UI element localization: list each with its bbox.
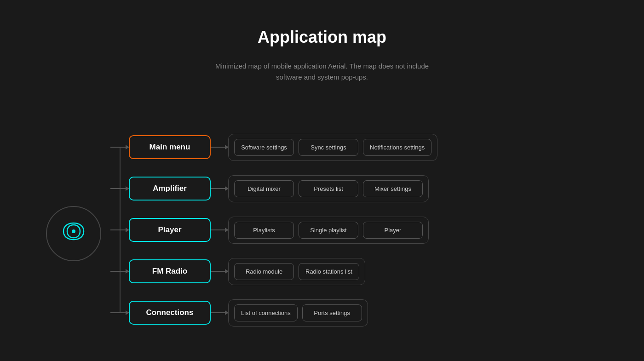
logo-circle bbox=[46, 206, 101, 261]
branch-line bbox=[110, 188, 120, 189]
row-amplifier: AmplifierDigital mixerPresets listMixer … bbox=[110, 175, 598, 202]
child-node-ports-settings[interactable]: Ports settings bbox=[302, 304, 362, 321]
child-node-digital-mixer[interactable]: Digital mixer bbox=[234, 180, 294, 197]
branch-line bbox=[110, 312, 120, 313]
branch-line bbox=[110, 147, 120, 148]
main-node-player[interactable]: Player bbox=[129, 218, 211, 242]
child-node-notifications-settings[interactable]: Notifications settings bbox=[363, 139, 431, 156]
children-group-fm-radio: Radio moduleRadio stations list bbox=[228, 258, 365, 285]
svg-point-0 bbox=[72, 229, 75, 233]
row-fm-radio: FM RadioRadio moduleRadio stations list bbox=[110, 258, 598, 285]
child-node-software-settings[interactable]: Software settings bbox=[234, 139, 294, 156]
child-node-playlists[interactable]: Playlists bbox=[234, 222, 294, 239]
page-title: Application map bbox=[0, 0, 644, 47]
row-player: PlayerPlaylistsSingle playlistPlayer bbox=[110, 216, 598, 244]
child-node-list-of-connections[interactable]: List of connections bbox=[234, 304, 298, 321]
row-connections: ConnectionsList of connectionsPorts sett… bbox=[110, 299, 598, 327]
main-node-fm-radio[interactable]: FM Radio bbox=[129, 259, 211, 283]
child-node-radio-stations-list[interactable]: Radio stations list bbox=[299, 263, 359, 280]
main-node-connections[interactable]: Connections bbox=[129, 301, 211, 325]
child-node-single-playlist[interactable]: Single playlist bbox=[299, 222, 358, 239]
branch-line bbox=[110, 229, 120, 230]
main-node-amplifier[interactable]: Amplifier bbox=[129, 177, 211, 201]
children-group-amplifier: Digital mixerPresets listMixer settings bbox=[228, 175, 429, 202]
main-node-main-menu[interactable]: Main menu bbox=[129, 135, 211, 159]
child-node-radio-module[interactable]: Radio module bbox=[234, 263, 294, 280]
row-main-menu: Main menuSoftware settingsSync settingsN… bbox=[110, 133, 598, 161]
children-group-main-menu: Software settingsSync settingsNotificati… bbox=[228, 134, 437, 161]
child-node-player[interactable]: Player bbox=[363, 222, 423, 239]
child-node-sync-settings[interactable]: Sync settings bbox=[299, 139, 358, 156]
child-node-presets-list[interactable]: Presets list bbox=[299, 180, 358, 197]
page-subtitle: Minimized map of mobile application Aeri… bbox=[0, 61, 644, 83]
child-node-mixer-settings[interactable]: Mixer settings bbox=[363, 180, 423, 197]
branch-line bbox=[110, 271, 120, 272]
children-group-connections: List of connectionsPorts settings bbox=[228, 299, 368, 327]
children-group-player: PlaylistsSingle playlistPlayer bbox=[228, 217, 429, 244]
logo-icon bbox=[60, 222, 87, 245]
diagram: Main menuSoftware settingsSync settingsN… bbox=[46, 124, 598, 343]
